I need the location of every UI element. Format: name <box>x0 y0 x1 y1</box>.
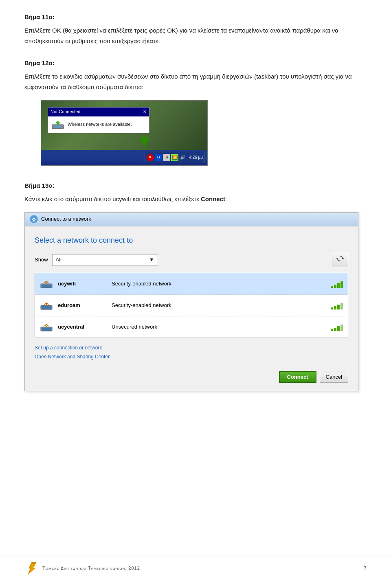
network-security-ucywifi: Security-enabled network <box>112 280 326 288</box>
svg-marker-6 <box>336 258 338 259</box>
network-list: ucywifi Security-enabled network <box>35 273 348 338</box>
wireless-available-text: Wireless networks are available. <box>68 121 132 128</box>
svg-rect-11 <box>42 306 51 309</box>
svg-rect-1 <box>53 125 62 128</box>
popup-close-icon: ✕ <box>143 108 147 116</box>
network-strength-ucycentral <box>331 323 343 331</box>
wireless-taskbar-icon[interactable]: 📶 <box>171 154 178 161</box>
cancel-button[interactable]: Cancel <box>320 371 348 383</box>
bar1 <box>331 286 333 288</box>
speaker-icon: 🔊 <box>179 154 187 161</box>
step-13-body-post: : <box>225 195 227 202</box>
network-icon-ucywifi <box>40 277 53 290</box>
network-item-ucycentral[interactable]: ucycentral Unsecured network <box>35 316 348 338</box>
page-footer: Τομεας Δικτυων και Τηλεπικοινωνιων, 2012… <box>0 557 391 576</box>
popup-body: Wireless networks are available. <box>48 116 149 133</box>
not-connected-popup: Not Connected ✕ <box>48 107 149 133</box>
step-11-section: Βήμα 11ο: Επιλέξετε ΟΚ (θα χρειαστεί να … <box>24 12 367 46</box>
svg-point-12 <box>46 304 47 306</box>
step-13-body: Κάντε κλικ στο ασύρματο δίκτυο ucywifi κ… <box>24 194 367 204</box>
svg-point-4 <box>33 220 35 222</box>
taskbar-outer: Not Connected ✕ <box>41 100 208 166</box>
bar2 <box>334 306 336 309</box>
monitor-icon: 🖥 <box>163 154 170 161</box>
bar4 <box>340 303 343 309</box>
svg-marker-5 <box>343 258 344 259</box>
footer-page-number: 7 <box>364 564 367 573</box>
network-icon-eduroam <box>40 299 53 312</box>
set-up-connection-link[interactable]: Set up a connection or network <box>35 344 348 353</box>
show-value: All <box>56 256 62 264</box>
network-name-ucycentral: ucycentral <box>58 323 107 331</box>
footer-text: Τομεας Δικτυων και Τηλεπικοινωνιων, 2012 <box>42 565 140 572</box>
wireless-network-icon <box>51 119 64 130</box>
bar4 <box>340 281 343 288</box>
network-strength-eduroam <box>331 301 343 309</box>
error-icon: ✕ <box>147 154 154 161</box>
bluetooth-icon: B <box>155 154 162 161</box>
show-label: Show <box>35 256 48 264</box>
dialog-body: Select a network to connect to Show All … <box>25 226 358 391</box>
step-13-title: Βήμα 13ο: <box>24 181 367 191</box>
systray-area: ✕ B 🖥 📶 🔊 4:26 μμ <box>145 152 205 163</box>
time-display: 4:26 μμ <box>187 155 203 160</box>
network-security-eduroam: Security-enabled network <box>112 301 326 310</box>
step-12-title: Βήμα 12ο: <box>24 58 367 68</box>
network-icon-ucycentral <box>40 320 53 333</box>
not-connected-label: Not Connected <box>51 108 80 116</box>
svg-point-3 <box>30 215 37 223</box>
svg-point-9 <box>46 283 47 284</box>
footer-logo: Τομεας Δικτυων και Τηλεπικοινωνιων, 2012 <box>24 561 140 576</box>
dialog-title-text: Connect to a network <box>41 215 91 224</box>
dialog-titlebar-icon <box>30 215 38 223</box>
connect-to-network-dialog: Connect to a network Select a network to… <box>24 212 358 391</box>
show-dropdown[interactable]: All ▼ <box>52 254 158 266</box>
svg-marker-17 <box>29 564 35 574</box>
bar1 <box>331 307 333 309</box>
taskbar-bar: ✕ B 🖥 📶 🔊 4:26 μμ <box>41 150 207 165</box>
svg-point-15 <box>46 326 47 327</box>
step-12-body: Επιλέξετε το εικονίδιο ασύρματων συνδέσε… <box>24 71 367 92</box>
step-11-title: Βήμα 11ο: <box>24 12 367 22</box>
bar2 <box>334 285 336 288</box>
dropdown-arrow-icon: ▼ <box>149 256 154 264</box>
ucy-logo-icon <box>24 561 39 576</box>
dialog-titlebar: Connect to a network <box>25 213 358 226</box>
network-security-ucycentral: Unsecured network <box>112 323 326 331</box>
bar1 <box>331 329 333 331</box>
step-12-section: Βήμα 12ο: Επιλέξετε το εικονίδιο ασύρματ… <box>24 58 367 169</box>
dialog-subtitle: Select a network to connect to <box>35 235 348 246</box>
dialog-footer: Connect Cancel <box>35 367 348 383</box>
bar3 <box>337 326 340 331</box>
step-13-body-pre: Κάντε κλικ στο ασύρματο δίκτυο ucywifi κ… <box>24 195 201 202</box>
show-row: Show All ▼ <box>35 253 348 268</box>
bar3 <box>337 283 340 288</box>
step-13-section: Βήμα 13ο: Κάντε κλικ στο ασύρματο δίκτυο… <box>24 181 367 392</box>
taskbar-screenshot: Not Connected ✕ <box>41 100 367 169</box>
popup-header: Not Connected ✕ <box>48 108 149 116</box>
svg-point-2 <box>57 123 59 125</box>
bar4 <box>340 325 343 331</box>
svg-rect-14 <box>42 328 51 331</box>
network-name-eduroam: eduroam <box>58 301 107 310</box>
bar3 <box>337 305 340 309</box>
open-network-sharing-link[interactable]: Open Network and Sharing Center <box>35 353 348 362</box>
green-arrow-icon: ▼ <box>136 133 153 150</box>
svg-rect-8 <box>42 285 51 287</box>
dialog-links: Set up a connection or network Open Netw… <box>35 344 348 361</box>
network-item-eduroam[interactable]: eduroam Security-enabled network <box>35 295 348 316</box>
connect-button[interactable]: Connect <box>279 371 316 383</box>
refresh-button[interactable] <box>332 253 348 268</box>
network-item-ucywifi[interactable]: ucywifi Security-enabled network <box>35 273 348 295</box>
step-11-body: Επιλέξετε ΟΚ (θα χρειαστεί να επιλέξετε … <box>24 25 367 46</box>
step-13-body-bold: Connect <box>201 195 225 202</box>
bar2 <box>334 328 336 331</box>
green-arrow-wrapper: ▼ <box>82 133 207 150</box>
network-strength-ucywifi <box>331 280 343 288</box>
network-name-ucywifi: ucywifi <box>58 280 107 288</box>
